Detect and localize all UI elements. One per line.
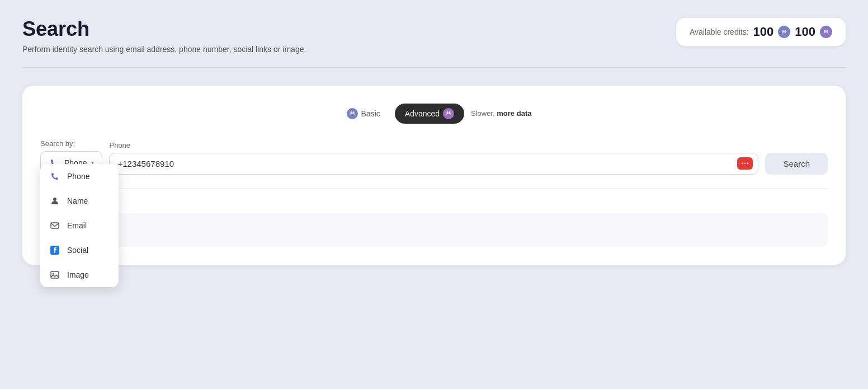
header-divider — [22, 67, 846, 68]
dropdown-social-label: Social — [67, 246, 88, 255]
search-type-dropdown-menu: Phone Name Email — [40, 164, 119, 287]
requests-content — [40, 213, 828, 247]
name-dropdown-icon — [49, 195, 60, 207]
search-by-label: Search by: — [40, 139, 102, 148]
credits-label: Available credits: — [690, 27, 749, 36]
mode-toggle-container: Basic Advanced Slower, more data — [337, 104, 532, 124]
mode-advanced-button[interactable]: Advanced — [395, 104, 464, 124]
basic-mode-icon — [347, 108, 358, 119]
phone-input-group: Phone ··· — [109, 141, 758, 175]
dropdown-name-label: Name — [67, 196, 88, 205]
search-button-label: Search — [783, 159, 810, 168]
search-card: Basic Advanced Slower, more data Sea — [22, 86, 846, 265]
svg-point-7 — [352, 111, 354, 113]
phone-input[interactable] — [109, 153, 758, 175]
page-header-left: Search Perform identity search using ema… — [22, 18, 306, 54]
svg-point-6 — [350, 111, 352, 113]
search-row: Search by: Phone ▾ Phone ··· Sea — [40, 139, 828, 175]
dropdown-item-image[interactable]: Image — [40, 263, 119, 287]
basic-mode-label: Basic — [361, 109, 380, 118]
credits-value-1: 100 — [753, 25, 774, 39]
phone-input-wrapper: ··· — [109, 153, 758, 175]
dropdown-item-name[interactable]: Name — [40, 189, 119, 213]
page-subtitle: Perform identity search using email addr… — [22, 45, 306, 54]
dropdown-item-email[interactable]: Email — [40, 213, 119, 238]
phone-dropdown-icon — [49, 171, 60, 182]
requests-section: equests: — [40, 188, 828, 247]
advanced-mode-icon — [443, 108, 454, 119]
svg-point-9 — [449, 111, 451, 113]
credit-icon-2 — [820, 26, 832, 38]
email-dropdown-icon — [49, 220, 60, 231]
dropdown-email-label: Email — [67, 221, 87, 230]
page-title: Search — [22, 18, 306, 40]
svg-point-8 — [447, 111, 449, 113]
more-options-button[interactable]: ··· — [737, 157, 753, 170]
mode-description: Slower, more data — [471, 109, 531, 118]
credits-badge: Available credits: 100 100 — [676, 18, 846, 46]
credit-icon-1 — [778, 26, 790, 38]
dropdown-item-phone[interactable]: Phone — [40, 164, 119, 189]
mode-toggle: Basic Advanced Slower, more data — [40, 104, 828, 124]
dropdown-phone-label: Phone — [67, 172, 89, 181]
dropdown-image-label: Image — [67, 270, 89, 279]
advanced-mode-label: Advanced — [405, 109, 440, 118]
credits-value-2: 100 — [795, 25, 815, 39]
requests-label: equests: — [40, 198, 828, 207]
image-dropdown-icon — [49, 269, 60, 280]
social-dropdown-icon — [49, 245, 60, 256]
svg-point-14 — [53, 273, 54, 274]
mode-basic-button[interactable]: Basic — [337, 104, 390, 124]
svg-point-10 — [53, 198, 56, 201]
more-options-icon: ··· — [741, 159, 749, 168]
phone-input-label: Phone — [109, 141, 758, 149]
search-button[interactable]: Search — [765, 153, 828, 175]
svg-rect-13 — [51, 271, 59, 278]
dropdown-item-social[interactable]: Social — [40, 238, 119, 263]
page-header: Search Perform identity search using ema… — [22, 18, 846, 54]
